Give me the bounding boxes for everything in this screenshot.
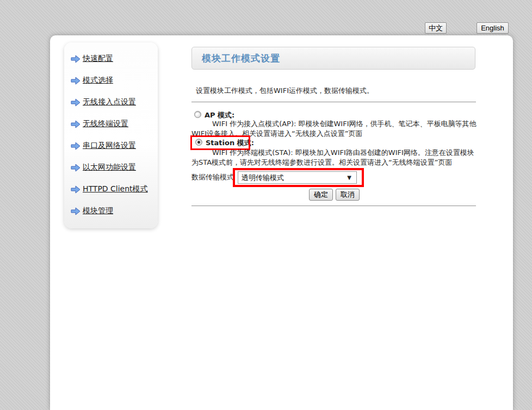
transmission-mode-label: 数据传输模式	[191, 172, 234, 182]
sidebar-item-quick-config[interactable]: 快速配置	[64, 48, 158, 70]
station-mode-label: Station 模式:	[206, 138, 254, 148]
sidebar-link-wireless-sta[interactable]: 无线终端设置	[83, 119, 128, 129]
transmission-mode-select[interactable]: 透明传输模式 ▼	[238, 171, 357, 184]
page-title-box: 模块工作模式设置	[191, 47, 475, 70]
ap-mode-description: WIFI 作为接入点模式(AP): 即模块创建WIFI网络，供手机、笔记本、平板…	[191, 119, 479, 139]
station-mode-description: WIFI 作为终端模式(STA): 即模块加入WIFI路由器创建的WIFI网络。…	[191, 148, 479, 167]
arrow-right-icon	[71, 207, 81, 215]
sidebar-link-httpd-client[interactable]: HTTPD Client模式	[83, 184, 148, 194]
page: 中文 English 快速配置 模式选择 无线接入点设置 无线终端设置 串口及网	[0, 0, 532, 410]
content-container: 快速配置 模式选择 无线接入点设置 无线终端设置 串口及网络设置 以太网功能设置	[50, 35, 513, 410]
sidebar-link-serial-network[interactable]: 串口及网络设置	[83, 141, 136, 151]
cancel-button[interactable]: 取消	[336, 189, 360, 201]
sidebar-link-quick-config[interactable]: 快速配置	[83, 54, 113, 64]
sidebar-item-mode-select[interactable]: 模式选择	[64, 70, 158, 91]
page-title: 模块工作模式设置	[202, 52, 280, 65]
dropdown-arrow-icon: ▼	[347, 175, 351, 181]
ap-mode-radio[interactable]	[194, 111, 201, 118]
arrow-right-icon	[71, 55, 81, 63]
page-description: 设置模块工作模式，包括WIFI运作模式，数据传输模式。	[196, 86, 484, 96]
sidebar-link-ethernet[interactable]: 以太网功能设置	[83, 163, 136, 172]
transmission-mode-selected-value: 透明传输模式	[242, 173, 284, 182]
language-english-button[interactable]: English	[477, 22, 509, 34]
sidebar-item-serial-network[interactable]: 串口及网络设置	[64, 135, 158, 157]
sidebar-link-mode-select[interactable]: 模式选择	[83, 76, 113, 85]
sidebar-item-wireless-ap[interactable]: 无线接入点设置	[64, 91, 158, 113]
arrow-right-icon	[71, 185, 81, 194]
sidebar: 快速配置 模式选择 无线接入点设置 无线终端设置 串口及网络设置 以太网功能设置	[64, 42, 158, 228]
sidebar-item-wireless-sta[interactable]: 无线终端设置	[64, 113, 158, 135]
station-mode-radio[interactable]	[195, 139, 202, 146]
sidebar-link-wireless-ap[interactable]: 无线接入点设置	[83, 97, 136, 107]
arrow-right-icon	[71, 120, 81, 128]
arrow-right-icon	[71, 142, 81, 150]
sidebar-item-ethernet[interactable]: 以太网功能设置	[64, 157, 158, 178]
sidebar-link-module-manage[interactable]: 模块管理	[83, 206, 113, 216]
arrow-right-icon	[71, 77, 81, 85]
divider-bottom	[191, 206, 476, 206]
sidebar-item-httpd-client[interactable]: HTTPD Client模式	[64, 178, 158, 200]
sidebar-item-module-manage[interactable]: 模块管理	[64, 200, 158, 222]
arrow-right-icon	[71, 98, 81, 107]
divider-top	[191, 102, 476, 102]
ok-button[interactable]: 确定	[309, 189, 333, 201]
arrow-right-icon	[71, 164, 81, 172]
language-chinese-button[interactable]: 中文	[425, 22, 447, 34]
